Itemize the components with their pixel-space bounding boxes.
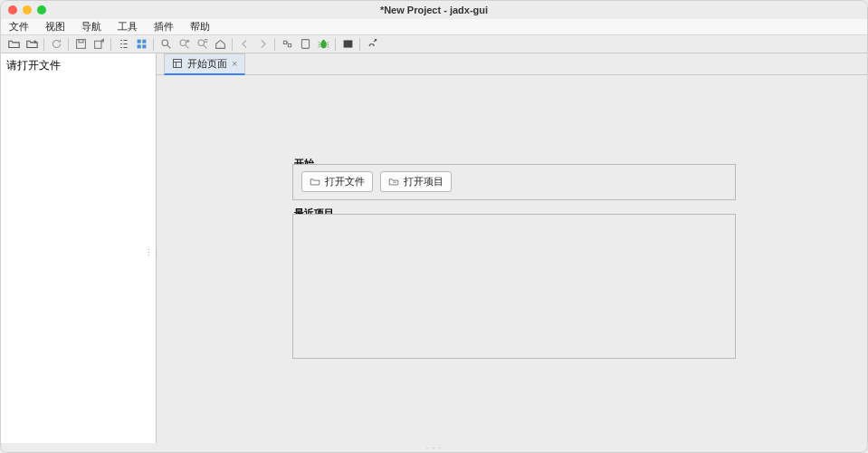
menu-file[interactable]: 文件: [1, 20, 37, 34]
toolbar-separator: [110, 38, 111, 51]
forward-icon[interactable]: [253, 36, 272, 53]
folder-icon: [310, 177, 320, 187]
body: 请打开文件 ⋮⋮ 开始页面 × 开始 打开文件: [1, 53, 867, 443]
export-icon[interactable]: [90, 36, 108, 53]
start-panel: 打开文件 打开项目: [292, 164, 736, 200]
titlebar: *New Project - jadx-gui: [1, 1, 867, 19]
tab-close-icon[interactable]: ×: [232, 58, 237, 69]
menu-tools[interactable]: 工具: [110, 20, 146, 34]
toolbar-separator: [335, 38, 336, 51]
sidebar-message: 请打开文件: [1, 53, 156, 78]
menu-help[interactable]: 帮助: [182, 20, 218, 34]
save-icon[interactable]: [72, 36, 90, 53]
toolbar-separator: [43, 38, 44, 51]
svg-rect-4: [142, 40, 146, 43]
search-class-icon[interactable]: [175, 36, 193, 53]
main-area: 开始页面 × 开始 打开文件 打开项目: [157, 53, 867, 443]
open-file-label: 打开文件: [325, 175, 365, 188]
menubar: 文件 视图 导航 工具 插件 帮助: [1, 19, 867, 35]
refresh-icon[interactable]: [47, 36, 65, 53]
svg-rect-14: [343, 40, 352, 47]
toolbar-separator: [153, 38, 154, 51]
svg-point-13: [321, 40, 324, 43]
window: *New Project - jadx-gui 文件 视图 导航 工具 插件 帮…: [0, 0, 868, 453]
quark-icon[interactable]: [296, 36, 314, 53]
log-icon[interactable]: [339, 36, 357, 53]
maximize-window-button[interactable]: [37, 5, 46, 14]
svg-rect-11: [301, 40, 309, 49]
window-title: *New Project - jadx-gui: [1, 5, 867, 15]
recent-projects-panel: [292, 214, 736, 359]
tab-icon: [172, 58, 183, 69]
svg-rect-6: [142, 44, 146, 48]
statusbar: · · ·: [1, 443, 867, 452]
toolbar-separator: [68, 38, 69, 51]
svg-point-7: [162, 40, 168, 46]
menu-plugins[interactable]: 插件: [146, 20, 182, 34]
home-icon[interactable]: [211, 36, 229, 53]
toolbar-separator: [274, 38, 275, 51]
add-file-icon[interactable]: [23, 36, 41, 53]
close-window-button[interactable]: [8, 5, 17, 14]
search-text-icon[interactable]: [193, 36, 211, 53]
window-controls: [1, 5, 46, 14]
bug-icon[interactable]: [314, 36, 332, 53]
open-project-button[interactable]: 打开项目: [380, 171, 452, 192]
svg-point-9: [186, 40, 188, 43]
toolbar-separator: [359, 38, 360, 51]
tab-start-page[interactable]: 开始页面 ×: [164, 53, 245, 75]
svg-point-8: [180, 40, 186, 46]
svg-rect-15: [174, 60, 182, 68]
toolbar: [1, 35, 867, 53]
tree-expand-icon[interactable]: [132, 36, 150, 53]
content: 开始 打开文件 打开项目 最近项目: [157, 75, 867, 443]
back-icon[interactable]: [235, 36, 253, 53]
svg-rect-2: [94, 41, 100, 48]
search-icon[interactable]: [157, 36, 175, 53]
svg-rect-3: [137, 40, 140, 43]
open-project-label: 打开项目: [404, 175, 444, 188]
deobfuscate-icon[interactable]: [278, 36, 296, 53]
open-file-button[interactable]: 打开文件: [301, 171, 373, 192]
menu-navigate[interactable]: 导航: [73, 20, 110, 34]
svg-point-10: [198, 40, 205, 46]
settings-icon[interactable]: [363, 36, 381, 53]
project-icon: [388, 177, 399, 187]
svg-rect-5: [137, 44, 140, 48]
menu-view[interactable]: 视图: [37, 20, 73, 34]
tree-collapse-icon[interactable]: [114, 36, 132, 53]
tab-bar: 开始页面 ×: [157, 53, 867, 75]
minimize-window-button[interactable]: [23, 5, 32, 14]
toolbar-separator: [232, 38, 233, 51]
open-file-icon[interactable]: [5, 36, 23, 53]
svg-rect-1: [79, 40, 83, 43]
tab-label: 开始页面: [187, 57, 227, 71]
svg-rect-0: [76, 40, 85, 49]
sidebar: 请打开文件 ⋮⋮: [1, 53, 157, 443]
